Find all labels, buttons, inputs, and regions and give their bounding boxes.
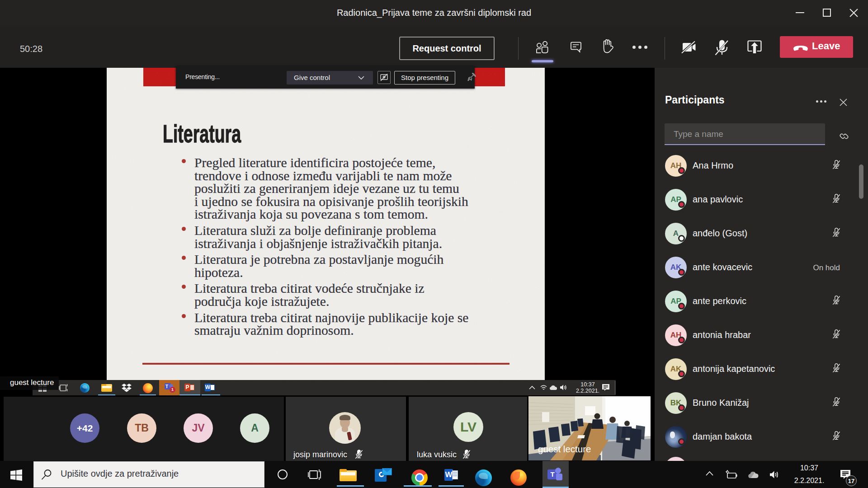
svg-text:guest lecture: guest lecture <box>538 444 591 454</box>
